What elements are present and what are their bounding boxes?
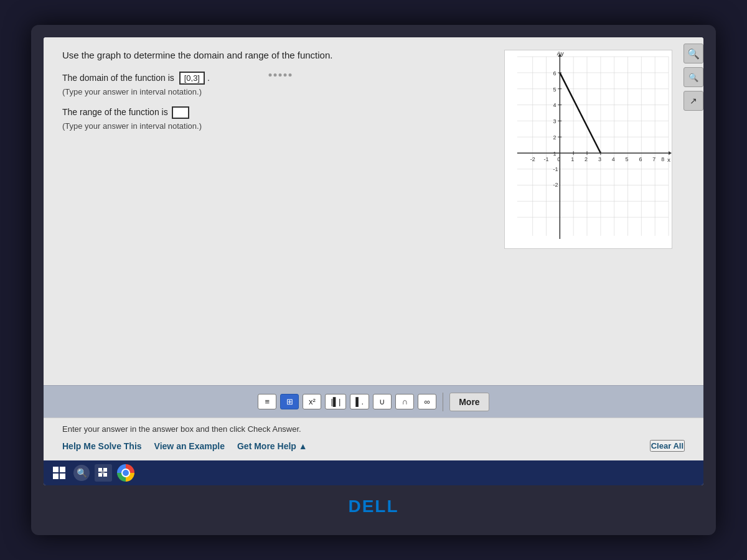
taskbar: 🔍 (44, 460, 703, 485)
toolbar-row: ≡ ⊞ x² |▌| ▌. ∪ ∩ ∞ More (44, 385, 703, 418)
action-buttons: Help Me Solve This View an Example Get M… (62, 440, 685, 452)
svg-text:0: 0 (557, 156, 560, 162)
range-label: The range of the function is (62, 106, 498, 119)
svg-text:-2: -2 (553, 182, 558, 188)
svg-text:7: 7 (652, 156, 655, 162)
graph-svg: Ay x 0 1 2 3 4 5 6 7 8 -1 (505, 50, 672, 248)
svg-text:5: 5 (553, 86, 556, 93)
svg-rect-0 (505, 50, 672, 248)
toolbar-fraction-btn[interactable]: ≡ (258, 394, 276, 409)
toolbar-matrix-btn[interactable]: ⊞ (280, 394, 299, 409)
svg-text:2: 2 (553, 134, 556, 141)
svg-text:4: 4 (553, 103, 556, 109)
toolbar-separator (443, 393, 443, 411)
svg-rect-60 (60, 474, 65, 479)
svg-rect-58 (60, 467, 65, 472)
dots-decoration (269, 73, 292, 77)
get-more-help-button[interactable]: Get More Help ▲ (237, 441, 308, 451)
svg-text:6: 6 (639, 156, 642, 162)
chrome-icon[interactable] (117, 464, 134, 482)
range-section: The range of the function is (Type your … (62, 106, 498, 131)
more-button[interactable]: More (449, 393, 489, 411)
enter-hint: Enter your answer in the answer box and … (62, 424, 685, 434)
svg-text:1: 1 (553, 151, 556, 157)
svg-text:8: 8 (661, 156, 664, 162)
toolbar-dot-btn[interactable]: ▌. (350, 394, 369, 409)
svg-text:x: x (667, 156, 670, 163)
svg-text:5: 5 (626, 156, 629, 162)
toolbar-union-btn[interactable]: ∪ (373, 394, 392, 409)
help-me-solve-button[interactable]: Help Me Solve This (62, 441, 142, 451)
right-panel: 🔍 🔍 ↗ (517, 37, 703, 385)
bottom-section: Enter your answer in the answer box and … (44, 418, 703, 460)
question-title: Use the graph to determine the domain an… (62, 50, 498, 60)
dell-logo: DELL (348, 497, 398, 516)
svg-rect-59 (53, 474, 59, 479)
range-input[interactable] (172, 106, 189, 119)
graph-area: Ay x 0 1 2 3 4 5 6 7 8 -1 (504, 50, 672, 249)
taskbar-search-button[interactable]: 🔍 (73, 465, 90, 481)
taskbar-apps-button[interactable] (95, 464, 112, 482)
toolbar-abs-btn[interactable]: |▌| (325, 394, 346, 409)
external-link-icon[interactable]: ↗ (684, 91, 703, 111)
svg-rect-65 (101, 470, 105, 474)
view-example-button[interactable]: View an Example (154, 441, 225, 451)
toolbar-superscript-btn[interactable]: x² (303, 394, 321, 409)
range-note: (Type your answer in interval notation.) (62, 121, 498, 131)
svg-text:2: 2 (585, 156, 588, 162)
domain-note: (Type your answer in interval notation.) (62, 87, 498, 96)
icon-buttons: 🔍 🔍 ↗ (684, 44, 703, 111)
svg-text:4: 4 (612, 156, 615, 162)
left-panel: Use the graph to determine the domain an… (44, 37, 517, 385)
svg-text:1: 1 (571, 156, 574, 162)
toolbar-intersect-btn[interactable]: ∩ (395, 394, 414, 409)
svg-text:3: 3 (553, 118, 556, 124)
svg-text:-1: -1 (553, 166, 558, 172)
zoom-out-icon[interactable]: 🔍 (684, 67, 703, 87)
domain-value: [0,3] (179, 72, 205, 85)
svg-text:3: 3 (598, 156, 601, 162)
toolbar-infinity-btn[interactable]: ∞ (418, 394, 436, 409)
search-icon[interactable]: 🔍 (684, 44, 703, 63)
clear-all-button[interactable]: Clear All (650, 440, 685, 452)
svg-rect-57 (53, 467, 59, 472)
svg-text:Ay: Ay (557, 50, 563, 57)
svg-text:6: 6 (553, 70, 556, 77)
svg-text:-1: -1 (544, 156, 549, 162)
svg-text:-2: -2 (530, 156, 535, 162)
windows-start-button[interactable] (50, 464, 68, 482)
